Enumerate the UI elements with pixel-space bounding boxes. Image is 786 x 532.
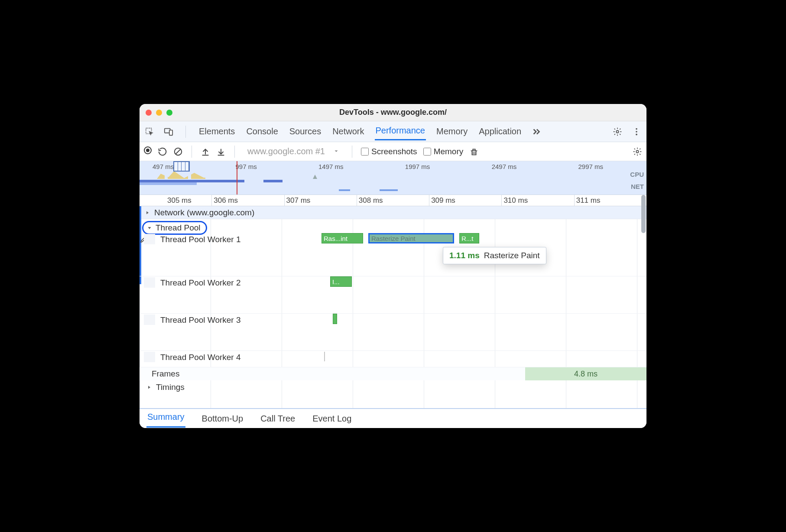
section-frames[interactable]: Frames 4.8 ms [140, 367, 646, 380]
download-profile-icon[interactable] [216, 147, 226, 156]
frame-block[interactable]: 4.8 ms [525, 367, 646, 380]
section-thread-pool-label: Thread Pool [156, 223, 201, 233]
worker-row-2: Thread Pool Worker 2 I... [140, 276, 646, 314]
chevron-down-icon [333, 146, 339, 156]
ruler-tick: 306 ms [214, 196, 238, 205]
ruler-tick: 311 ms [576, 196, 601, 205]
tab-memory[interactable]: Memory [435, 124, 468, 139]
tab-performance[interactable]: Performance [375, 123, 426, 140]
tab-console[interactable]: Console [245, 124, 279, 139]
ruler-tick: 309 ms [431, 196, 455, 205]
close-window-button[interactable] [146, 110, 152, 116]
tooltip-name: Rasterize Paint [484, 251, 540, 260]
flame-ruler[interactable]: 305 ms 306 ms 307 ms 308 ms 309 ms 310 m… [140, 195, 646, 206]
tab-sources[interactable]: Sources [289, 124, 322, 139]
memory-checkbox[interactable] [423, 148, 431, 156]
upload-profile-icon[interactable] [201, 147, 210, 156]
overview-tick: 1997 ms [405, 163, 430, 170]
overview-tick: 997 ms [235, 163, 257, 170]
capture-settings-gear-icon[interactable] [633, 147, 642, 156]
overview-cpu-flame [157, 170, 235, 179]
inspect-icon[interactable] [145, 127, 154, 136]
flame-event-selected[interactable]: Rasterize Paint [368, 233, 454, 243]
svg-rect-2 [169, 130, 172, 135]
titlebar: DevTools - www.google.com/ [140, 104, 646, 121]
overview-tick: 2997 ms [578, 163, 603, 170]
detail-tab-bottom-up[interactable]: Bottom-Up [201, 411, 244, 426]
worker-gutter [144, 234, 155, 244]
worker-label: Thread Pool Worker 2 [160, 278, 241, 288]
chevron-down-icon [146, 224, 153, 231]
divider [185, 126, 186, 138]
maximize-window-button[interactable] [166, 110, 172, 116]
flame-event[interactable] [324, 352, 325, 361]
garbage-collect-icon[interactable] [469, 147, 479, 156]
worker-gutter [144, 352, 155, 362]
record-button[interactable] [144, 146, 152, 156]
tab-elements[interactable]: Elements [198, 124, 236, 139]
overview-net-req [380, 189, 398, 191]
memory-label: Memory [434, 147, 464, 156]
flame-event[interactable]: R...t [459, 233, 479, 243]
overview-tick: 497 ms [153, 163, 174, 170]
screenshots-label: Screenshots [371, 147, 417, 156]
ruler-tick: 305 ms [167, 196, 192, 205]
overview-tick: 1497 ms [318, 163, 344, 170]
frames-label: Frames [140, 369, 179, 379]
panel-tabstrip: Elements Console Sources Network Perform… [140, 121, 646, 142]
overview-net-bar [140, 182, 616, 185]
flame-event[interactable] [333, 314, 337, 324]
screenshots-checkbox[interactable] [361, 148, 369, 156]
svg-point-4 [636, 128, 637, 130]
detail-tab-event-log[interactable]: Event Log [312, 411, 352, 426]
memory-toggle[interactable]: Memory [423, 147, 464, 156]
worker-label: Thread Pool Worker 3 [160, 315, 241, 325]
device-toggle-icon[interactable] [164, 127, 173, 136]
timeline-overview[interactable]: 497 ms 997 ms 1497 ms 1997 ms 2497 ms 29… [140, 161, 646, 195]
settings-gear-icon[interactable] [613, 127, 622, 136]
tab-network[interactable]: Network [331, 124, 365, 139]
overview-ticks: 497 ms 997 ms 1497 ms 1997 ms 2497 ms 29… [140, 163, 616, 170]
svg-point-3 [616, 130, 619, 133]
worker-gutter [144, 277, 155, 288]
flame-event[interactable]: I... [330, 276, 352, 287]
kebab-menu-icon[interactable] [632, 127, 641, 136]
section-timings-header[interactable]: Timings [140, 380, 646, 394]
more-tabs-icon[interactable] [532, 127, 541, 136]
flame-event[interactable]: Ras...int [322, 233, 363, 243]
section-thread-pool: Thread Pool Thread Pool Worker 1 Ras...i… [140, 219, 646, 367]
screenshots-toggle[interactable]: Screenshots [361, 147, 417, 156]
section-network-header[interactable]: Network (www.google.com) [140, 206, 646, 219]
ruler-tick: 308 ms [359, 196, 383, 205]
overview-selection-window[interactable] [173, 161, 190, 172]
tab-application[interactable]: Application [478, 124, 522, 139]
divider [192, 146, 192, 158]
svg-point-5 [636, 131, 637, 133]
chevron-right-icon [146, 384, 153, 391]
tooltip-duration: 1.11 ms [449, 251, 480, 260]
event-tooltip: 1.11 ms Rasterize Paint [443, 247, 546, 264]
timings-label: Timings [156, 383, 185, 392]
cpu-lane-label: CPU [630, 171, 644, 178]
svg-point-6 [636, 133, 637, 135]
worker-label: Thread Pool Worker 1 [160, 235, 241, 244]
vertical-scrollbar[interactable] [641, 195, 646, 233]
minimize-window-button[interactable] [156, 110, 162, 116]
reload-record-icon[interactable] [158, 147, 167, 156]
profile-selector-value: www.google.com #1 [247, 146, 325, 156]
profile-selector[interactable]: www.google.com #1 [244, 145, 343, 158]
divider [352, 146, 352, 158]
net-lane-label: NET [631, 183, 644, 190]
flame-chart[interactable]: Network (www.google.com) Thread Pool Thr… [140, 206, 646, 408]
detail-tab-summary[interactable]: Summary [146, 409, 185, 428]
svg-point-8 [636, 150, 639, 153]
clear-icon[interactable] [173, 147, 183, 156]
ruler-tick: 310 ms [503, 196, 528, 205]
detail-tab-call-tree[interactable]: Call Tree [260, 411, 296, 426]
window-title: DevTools - www.google.com/ [140, 108, 646, 117]
ruler-tick: 307 ms [286, 196, 311, 205]
overview-marker [237, 161, 237, 195]
overview-tick: 2497 ms [492, 163, 517, 170]
divider [234, 146, 235, 158]
performance-toolbar: www.google.com #1 Screenshots Memory [140, 142, 646, 161]
